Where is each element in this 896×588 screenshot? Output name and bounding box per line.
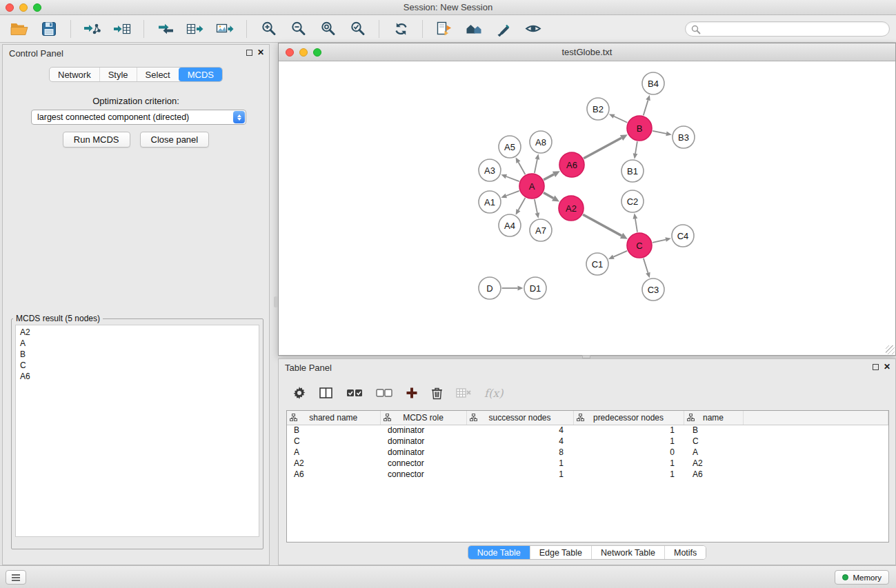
save-session-button[interactable] <box>35 19 63 39</box>
graph-node-A8[interactable]: A8 <box>530 131 552 153</box>
graph-edge-D-D1[interactable] <box>502 286 524 291</box>
column-header-name[interactable]: name <box>684 411 743 425</box>
table-row[interactable]: Adominator80A <box>287 447 888 458</box>
graph-node-C3[interactable]: C3 <box>642 278 664 301</box>
float-panel-icon[interactable] <box>873 364 879 370</box>
export-image-button[interactable] <box>211 19 239 39</box>
graph-edge-C-C4[interactable] <box>653 237 671 243</box>
close-panel-icon[interactable]: ✕ <box>257 48 264 57</box>
graph-edge-C-C3[interactable] <box>644 258 650 278</box>
resize-grip-icon[interactable] <box>886 345 895 354</box>
criterion-dropdown[interactable]: largest connected component (directed) <box>31 110 246 125</box>
mcds-result-item[interactable]: B <box>16 349 259 360</box>
graph-node-A2[interactable]: A2 <box>559 196 584 221</box>
zoom-in-button[interactable] <box>255 19 282 39</box>
close-panel-button[interactable]: Close panel <box>140 132 210 148</box>
tab-select[interactable]: Select <box>137 68 179 81</box>
select-all-button[interactable] <box>346 388 363 398</box>
memory-button[interactable]: Memory <box>835 570 889 585</box>
graph-node-A4[interactable]: A4 <box>499 214 521 236</box>
tab-network-table[interactable]: Network Table <box>591 546 664 559</box>
graph-edge-A-A7[interactable] <box>535 199 539 219</box>
graph-edge-C-C1[interactable] <box>608 251 627 259</box>
deselect-all-button[interactable] <box>376 388 392 398</box>
task-history-button[interactable] <box>6 570 26 585</box>
tab-motifs[interactable]: Motifs <box>664 546 706 559</box>
graph-node-A1[interactable]: A1 <box>479 191 501 213</box>
table-row[interactable]: A2connector11A2 <box>287 458 888 469</box>
graph-node-B3[interactable]: B3 <box>673 126 695 148</box>
show-hide-panel-button[interactable] <box>519 19 547 39</box>
export-network-button[interactable] <box>152 19 179 39</box>
mcds-result-item[interactable]: A6 <box>16 371 259 382</box>
style-brush-button[interactable] <box>490 19 517 39</box>
graph-node-D1[interactable]: D1 <box>524 277 546 299</box>
network-window-titlebar[interactable]: testGlobe.txt <box>279 43 895 61</box>
mcds-result-item[interactable]: C <box>16 360 259 371</box>
open-session-button[interactable] <box>6 19 33 39</box>
graph-edge-A-A1[interactable] <box>501 191 519 198</box>
delete-column-button[interactable] <box>431 387 443 400</box>
graph-node-B[interactable]: B <box>627 116 652 141</box>
graph-edge-B-B3[interactable] <box>653 131 672 136</box>
graph-edge-A-A3[interactable] <box>501 174 519 181</box>
graph-edge-A-A6[interactable] <box>544 171 560 180</box>
network-canvas-svg[interactable]: B4B2BB3A5A8A6A3B1AA1C2A2A4A7C4CC1C3DD1 <box>279 61 895 355</box>
tab-mcds[interactable]: MCDS <box>179 68 222 81</box>
table-row[interactable]: Cdominator41C <box>287 436 888 447</box>
graph-edge-B-B1[interactable] <box>633 141 638 159</box>
graph-node-B1[interactable]: B1 <box>621 160 644 182</box>
graph-node-D[interactable]: D <box>479 277 501 299</box>
table-row[interactable]: Bdominator41B <box>287 425 888 436</box>
graph-edge-B-B4[interactable] <box>644 95 650 116</box>
table-row[interactable]: A6connector11A6 <box>287 469 888 480</box>
column-header-shared-name[interactable]: shared name <box>287 411 380 425</box>
tab-network[interactable]: Network <box>50 68 99 81</box>
graph-node-C2[interactable]: C2 <box>621 190 644 212</box>
graph-edge-A-A2[interactable] <box>544 193 559 202</box>
graph-node-A5[interactable]: A5 <box>499 136 521 158</box>
tab-node-table[interactable]: Node Table <box>468 546 530 559</box>
search-field[interactable] <box>685 21 890 37</box>
divider-handle[interactable] <box>274 296 278 307</box>
add-column-button[interactable] <box>406 387 418 399</box>
tab-style[interactable]: Style <box>99 68 137 81</box>
mcds-result-item[interactable]: A <box>16 338 259 349</box>
close-panel-icon[interactable]: ✕ <box>884 362 890 372</box>
table-settings-button[interactable] <box>292 386 306 400</box>
float-panel-icon[interactable] <box>246 50 252 56</box>
export-table-button[interactable] <box>181 19 209 39</box>
zoom-out-button[interactable] <box>284 19 312 39</box>
import-table-button[interactable] <box>108 19 136 39</box>
graph-node-A3[interactable]: A3 <box>479 159 501 181</box>
run-mcds-button[interactable]: Run MCDS <box>63 132 130 148</box>
graph-node-C4[interactable]: C4 <box>672 225 694 247</box>
export-document-button[interactable] <box>430 19 458 39</box>
graph-edge-A-A8[interactable] <box>535 154 539 173</box>
function-builder-button[interactable]: f(x) <box>484 387 503 400</box>
import-network-button[interactable] <box>79 19 106 39</box>
column-header-mcds-role[interactable]: MCDS role <box>380 411 466 425</box>
network-overview-button[interactable] <box>460 19 488 39</box>
graph-node-B4[interactable]: B4 <box>642 72 664 94</box>
zoom-selected-button[interactable] <box>344 19 371 39</box>
graph-node-A7[interactable]: A7 <box>530 219 552 241</box>
mcds-result-item[interactable]: A2 <box>16 327 259 338</box>
graph-edge-A-A5[interactable] <box>516 157 526 174</box>
graph-edge-B-B2[interactable] <box>609 114 627 122</box>
graph-edge-C-C2[interactable] <box>633 213 638 232</box>
graph-node-B2[interactable]: B2 <box>587 98 609 120</box>
search-input[interactable] <box>686 22 889 36</box>
tab-edge-table[interactable]: Edge Table <box>530 546 591 559</box>
graph-edge-A2-C[interactable] <box>583 214 628 239</box>
graph-node-C[interactable]: C <box>627 233 652 258</box>
graph-edge-A-A4[interactable] <box>516 198 526 215</box>
zoom-fit-button[interactable] <box>314 19 341 39</box>
show-columns-button[interactable] <box>319 387 333 399</box>
graph-node-A6[interactable]: A6 <box>559 152 584 177</box>
graph-edge-A6-B[interactable] <box>584 134 628 158</box>
refresh-view-button[interactable] <box>387 19 415 39</box>
graph-node-C1[interactable]: C1 <box>586 253 608 275</box>
column-header-successor-nodes[interactable]: successor nodes <box>466 411 573 425</box>
column-header-predecessor-nodes[interactable]: predecessor nodes <box>573 411 684 425</box>
